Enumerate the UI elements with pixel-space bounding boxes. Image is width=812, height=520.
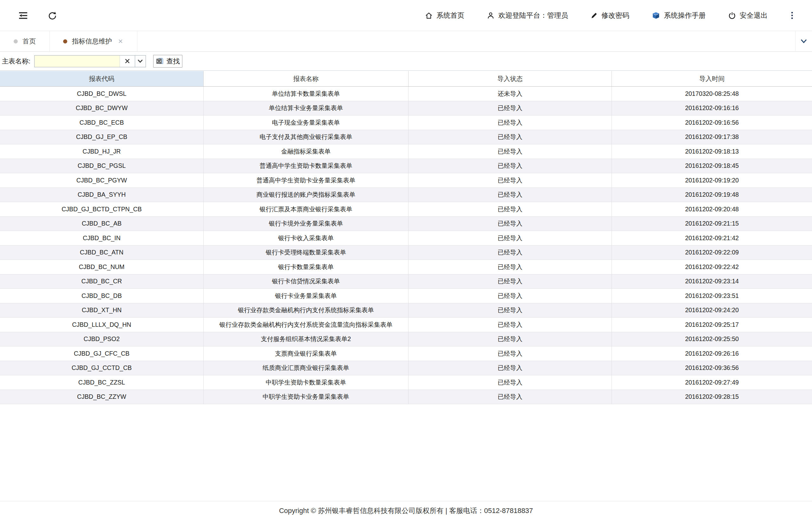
tab-label: 指标信息维护 [72,37,112,46]
menu-item-system-manual[interactable]: 系统操作手册 [651,11,706,20]
table-row[interactable]: CJBD_HJ_JR 金融指标采集表单 已经导入 20161202-09:18:… [0,145,812,159]
cell-report-code: CJBD_LLLX_DQ_HN [0,318,204,332]
cell-import-time: 20161202-09:23:51 [612,289,812,303]
cell-report-name: 银行卡业务量采集表单 [204,289,409,303]
menu-item-welcome-admin[interactable]: 欢迎登陆平台：管理员 [487,11,568,20]
cell-report-name: 电子支付及其他商业银行采集表单 [204,130,409,145]
table-row[interactable]: CJBD_GJ_CCTD_CB 纸质商业汇票商业银行采集表单 已经导入 2016… [0,361,812,375]
cell-report-code: CJBD_BC_PGYW [0,173,204,187]
cell-report-name: 支付服务组织基本情况采集表单2 [204,332,409,346]
column-header-import-status[interactable]: 导入状态 [409,71,612,86]
close-icon[interactable] [117,38,124,45]
tab-overflow-button[interactable] [795,31,812,51]
cell-report-code: CJBD_BA_SYYH [0,188,204,202]
cell-report-code: CJBD_GJ_BCTD_CTPN_CB [0,202,204,216]
cell-report-name: 支票商业银行采集表单 [204,346,409,361]
menu-fold-button[interactable] [19,11,28,20]
table-row[interactable]: CJBD_BC_ZZSL 中职学生资助卡数量采集表单 已经导入 20161202… [0,375,812,390]
table-header-row: 报表代码 报表名称 导入状态 导入时间 [0,71,812,87]
topbar-menu: 系统首页 欢迎登陆平台：管理员 修改密码 [425,11,812,20]
cell-import-time: 20161202-09:18:13 [612,145,812,159]
more-options-button[interactable] [790,11,794,20]
table-row[interactable]: CJBD_GJ_CFC_CB 支票商业银行采集表单 已经导入 20161202-… [0,346,812,361]
kebab-icon [790,11,794,20]
tab-label: 首页 [23,37,36,46]
cell-import-time: 20161202-09:19:20 [612,173,812,187]
table-row[interactable]: CJBD_BC_NUM 银行卡数量采集表单 已经导入 20161202-09:2… [0,260,812,275]
cell-import-status: 已经导入 [409,159,612,173]
cell-report-code: CJBD_HJ_JR [0,145,204,159]
cell-import-status: 已经导入 [409,289,612,303]
cell-report-code: CJBD_BC_CR [0,275,204,289]
chevron-down-icon [137,59,143,63]
cell-import-status: 已经导入 [409,101,612,115]
power-icon [728,11,736,20]
cell-import-time: 20161202-09:21:42 [612,231,812,245]
cell-report-name: 银行卡境外业务量采集表单 [204,217,409,231]
clear-input-button[interactable] [119,55,135,67]
table-row[interactable]: CJBD_BC_ZZYW 中职学生资助卡业务量采集表单 已经导入 2016120… [0,390,812,405]
cell-report-code: CJBD_GJ_CFC_CB [0,346,204,361]
menu-item-change-password[interactable]: 修改密码 [590,11,629,20]
column-header-report-code[interactable]: 报表代码 [0,71,204,86]
table-row[interactable]: CJBD_BC_DWSL 单位结算卡数量采集表单 还未导入 20170320-0… [0,87,812,101]
table-row[interactable]: CJBD_GJ_BCTD_CTPN_CB 银行汇票及本票商业银行采集表单 已经导… [0,202,812,217]
cell-import-status: 已经导入 [409,260,612,274]
cell-report-code: CJBD_BC_ZZSL [0,375,204,390]
cell-import-status: 已经导入 [409,318,612,332]
tab-home[interactable]: 首页 [0,31,50,51]
table-body: CJBD_BC_DWSL 单位结算卡数量采集表单 还未导入 20170320-0… [0,87,812,404]
table-row[interactable]: CJBD_LLLX_DQ_HN 银行业存款类金融机构行内支付系统资金流量流向指标… [0,318,812,332]
cell-report-name: 纸质商业汇票商业银行采集表单 [204,361,409,375]
column-header-report-name[interactable]: 报表名称 [204,71,409,86]
cell-report-name: 中职学生资助卡数量采集表单 [204,375,409,390]
table-row[interactable]: CJBD_BC_CR 银行卡信贷情况采集表单 已经导入 20161202-09:… [0,275,812,289]
menu-item-label: 欢迎登陆平台：管理员 [498,11,568,20]
cell-import-status: 已经导入 [409,332,612,346]
dropdown-arrow-button[interactable] [135,55,145,67]
table-row[interactable]: CJBD_BC_DWYW 单位结算卡业务量采集表单 已经导入 20161202-… [0,101,812,116]
tab-indicator-info-maintenance[interactable]: 指标信息维护 [50,31,137,51]
menu-item-label: 系统操作手册 [664,11,706,20]
column-header-import-time[interactable]: 导入时间 [612,71,812,86]
cell-import-status: 已经导入 [409,390,612,404]
table-row[interactable]: CJBD_BC_DB 银行卡业务量采集表单 已经导入 20161202-09:2… [0,289,812,303]
topbar: 系统首页 欢迎登陆平台：管理员 修改密码 [0,0,812,31]
cell-report-code: CJBD_BC_NUM [0,260,204,274]
refresh-icon [48,11,57,20]
cell-report-code: CJBD_BC_ATN [0,245,204,260]
table-row[interactable]: CJBD_BC_PGYW 普通高中学生资助卡业务量采集表单 已经导入 20161… [0,173,812,188]
table-row[interactable]: CJBD_BA_SYYH 商业银行报送的账户类指标采集表单 已经导入 20161… [0,188,812,202]
tabbar: 首页 指标信息维护 [0,31,812,52]
menu-item-logout[interactable]: 安全退出 [728,11,767,20]
main-table-name-label: 主表名称: [2,57,30,66]
table-row[interactable]: CJBD_BC_AB 银行卡境外业务量采集表单 已经导入 20161202-09… [0,217,812,231]
menu-item-system-home[interactable]: 系统首页 [425,11,464,20]
table-row[interactable]: CJBD_BC_ATN 银行卡受理终端数量采集表单 已经导入 20161202-… [0,245,812,260]
table-row[interactable]: CJBD_GJ_EP_CB 电子支付及其他商业银行采集表单 已经导入 20161… [0,130,812,145]
cell-import-status: 还未导入 [409,87,612,101]
refresh-button[interactable] [48,11,57,20]
cell-report-name: 银行汇票及本票商业银行采集表单 [204,202,409,216]
cell-import-time: 20161202-09:16:56 [612,115,812,130]
table-row[interactable]: CJBD_BC_ECB 电子现金业务量采集表单 已经导入 20161202-09… [0,115,812,130]
footer: Copyright © 苏州银丰睿哲信息科技有限公司版权所有 | 客服电话：05… [0,501,812,520]
home-icon [425,11,433,20]
cell-report-code: CJBD_GJ_CCTD_CB [0,361,204,375]
find-button[interactable]: 查找 [153,55,182,68]
table-row[interactable]: CJBD_BC_PGSL 普通高中学生资助卡数量采集表单 已经导入 201612… [0,159,812,174]
menu-fold-icon [19,11,28,20]
cell-report-code: CJBD_BC_PGSL [0,159,204,173]
table-row[interactable]: CJBD_XT_HN 银行业存款类金融机构行内支付系统指标采集表单 已经导入 2… [0,303,812,318]
table-row[interactable]: CJBD_BC_IN 银行卡收入采集表单 已经导入 20161202-09:21… [0,231,812,245]
cell-import-status: 已经导入 [409,145,612,159]
cell-report-name: 金融指标采集表单 [204,145,409,159]
table-row[interactable]: CJBD_PSO2 支付服务组织基本情况采集表单2 已经导入 20161202-… [0,332,812,347]
cell-report-code: CJBD_BC_DWSL [0,87,204,101]
cell-report-name: 普通高中学生资助卡数量采集表单 [204,159,409,173]
cell-report-name: 中职学生资助卡业务量采集表单 [204,390,409,404]
cell-report-name: 商业银行报送的账户类指标采集表单 [204,188,409,202]
cell-report-name: 银行卡信贷情况采集表单 [204,275,409,289]
main-table-name-input[interactable] [34,55,119,67]
cell-import-time: 20161202-09:26:16 [612,346,812,361]
